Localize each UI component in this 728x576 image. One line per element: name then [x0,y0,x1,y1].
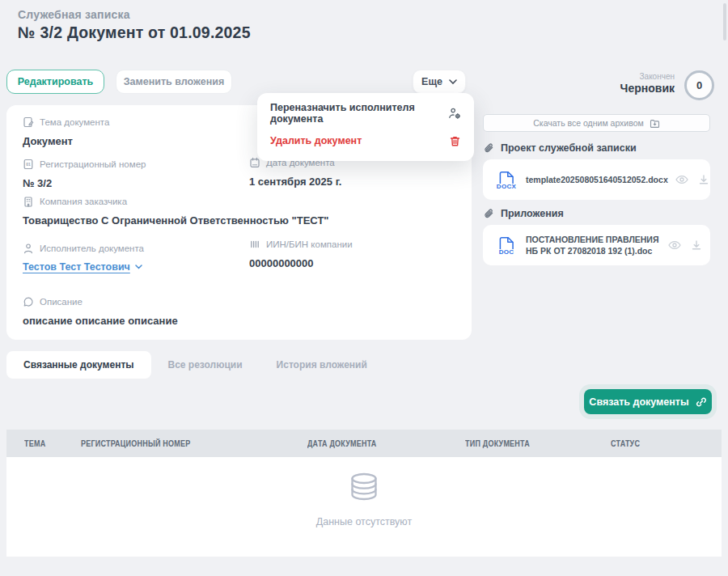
field-company-value: Товарищество С Ограниченной Ответственно… [23,214,329,227]
field-reg-value: № 3/2 [23,177,146,189]
empty-state-text: Данные отсутствуют [316,516,412,527]
doc-file-icon: DOC [494,235,518,256]
appendix-file-name: ПОСТАНОВЛЕНИЕ ПРАВЛЕНИЯ НБ РК ОТ 2708201… [526,234,661,256]
column-header-date: ДАТА ДОКУМЕНТА [307,430,396,457]
field-executor: Исполнитель документа Тестов Тест Тестов… [23,243,144,273]
database-icon [345,472,383,505]
paperclip-icon [483,208,494,219]
person-icon [23,243,34,254]
more-dropdown-menu: Переназначить исполнителя документа Удал… [257,93,474,161]
menu-item-delete-document[interactable]: Удалить документ [257,127,474,155]
field-topic: Тема документа Документ [23,116,109,147]
archive-download-icon [650,118,660,129]
status-badge: Черновик [620,82,675,95]
draft-section-title: Проект служебной записки [501,142,637,154]
column-header-status: СТАТУС [611,430,648,457]
link-documents-label: Связать документы [589,396,688,408]
document-edit-icon [23,116,34,128]
linked-documents-table-body: Данные отсутствуют [6,457,722,557]
calendar-icon [249,157,260,168]
field-description: Описание описание описание описание [23,296,178,327]
download-icon[interactable] [698,174,709,185]
status-stage-label: Закончен [640,72,675,81]
field-iin: ИИН/БИН компании 00000000000 [249,239,353,269]
barcode-icon [249,239,260,250]
download-all-label: Скачать все одним архивом [533,118,644,128]
linked-documents-table-header: ТЕМА РЕГИСТРАЦИОННЫЙ НОМЕР ДАТА ДОКУМЕНТ… [6,430,722,457]
appendix-section-header: Приложения [483,208,564,219]
field-topic-value: Документ [23,135,109,147]
preview-eye-icon[interactable] [668,240,681,250]
column-header-reg-number: РЕГИСТРАЦИОННЫЙ НОМЕР [81,430,222,457]
chain-link-icon [696,396,707,408]
replace-attachments-label: Заменить вложения [124,76,224,87]
executor-name: Тестов Тест Тестович [23,261,130,273]
memo-page: Служебная записка № 3/2 Документ от 01.0… [0,0,728,576]
edit-button[interactable]: Редактировать [6,70,104,94]
field-iin-label: ИИН/БИН компании [266,239,353,249]
field-reg-number: 01 Регистрационный номер № 3/2 [23,159,146,189]
tab-all-resolutions-label: Все резолюции [168,359,243,371]
field-date-value: 1 сентября 2025 г. [249,176,341,188]
tab-attachment-history-label: История вложений [277,359,367,371]
field-description-value: описание описание описание [23,315,178,327]
building-icon [23,196,34,207]
chevron-down-icon [449,79,457,85]
field-topic-label: Тема документа [40,117,109,127]
field-iin-value: 00000000000 [249,257,353,269]
docx-file-icon: DOCX [494,170,518,190]
field-company-label: Компания заказчика [40,197,127,206]
download-all-archive-button[interactable]: Скачать все одним архивом [483,114,710,132]
status-counter: 0 [684,70,714,100]
page-subtitle: Служебная записка [18,8,130,21]
more-button-label: Еще [421,76,442,87]
paperclip-icon [483,142,494,154]
menu-item-delete-label: Удалить документ [270,135,362,146]
field-reg-label: Регистрационный номер [40,159,146,169]
replace-attachments-button[interactable]: Заменить вложения [116,70,232,94]
appendix-file-card: DOC ПОСТАНОВЛЕНИЕ ПРАВЛЕНИЯ НБ РК ОТ 270… [483,225,710,265]
executor-link[interactable]: Тестов Тест Тестович [23,261,144,273]
tab-bar: Связанные документы Все резолюции Истори… [6,351,384,379]
column-header-topic: ТЕМА [24,430,52,457]
menu-item-reassign-executor[interactable]: Переназначить исполнителя документа [257,100,474,127]
draft-file-card: DOCX template202508051640512052.docx [483,159,710,200]
appendix-section-title: Приложения [501,208,564,219]
person-gear-icon [448,107,461,120]
more-button[interactable]: Еще [413,70,466,94]
column-header-doc-type: ТИП ДОКУМЕНТА [465,430,548,457]
edit-button-label: Редактировать [18,76,93,87]
tab-linked-documents-label: Связанные документы [23,359,134,371]
chevron-down-icon [135,265,142,269]
draft-file-name: template202508051640512052.docx [526,174,668,185]
page-title: № 3/2 Документ от 01.09.2025 [18,23,251,42]
comment-icon [23,296,34,307]
tab-linked-documents[interactable]: Связанные документы [6,351,151,379]
scrollbar-thumb[interactable] [723,3,726,40]
field-date: Дата документа 1 сентября 2025 г. [249,157,341,188]
link-documents-button[interactable]: Связать документы [584,389,712,414]
tab-all-resolutions[interactable]: Все резолюции [151,351,260,379]
download-icon[interactable] [691,239,702,251]
field-description-label: Описание [40,297,83,307]
field-executor-label: Исполнитель документа [40,244,144,253]
menu-item-reassign-label: Переназначить исполнителя документа [270,102,438,125]
docx-badge-label: DOCX [497,183,516,190]
field-company: Компания заказчика Товарищество С Ограни… [23,196,329,227]
registration-number-icon: 01 [23,159,34,170]
status-counter-value: 0 [696,79,702,91]
draft-section-header: Проект служебной записки [483,142,637,154]
trash-icon [449,135,461,147]
tab-attachment-history[interactable]: История вложений [260,351,384,379]
doc-badge-label: DOC [499,248,514,256]
preview-eye-icon[interactable] [675,175,688,184]
svg-text:01: 01 [26,162,31,167]
